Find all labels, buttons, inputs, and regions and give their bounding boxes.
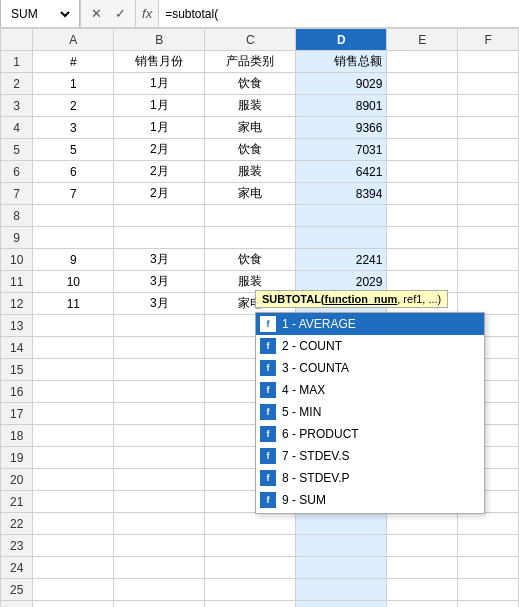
- cell-a11[interactable]: 10: [33, 271, 114, 293]
- cell-a8[interactable]: [33, 205, 114, 227]
- cell-d5[interactable]: 7031: [296, 139, 387, 161]
- cell-c9[interactable]: [205, 227, 296, 249]
- cell-b3[interactable]: 1月: [114, 95, 205, 117]
- autocomplete-list: f 1 - AVERAGE f 2 - COUNT f 3 - COUNTA f…: [256, 313, 484, 513]
- cell-c4[interactable]: 家电: [205, 117, 296, 139]
- cell-b13[interactable]: [114, 315, 205, 337]
- cell-e7[interactable]: [387, 183, 458, 205]
- cell-d7[interactable]: 8394: [296, 183, 387, 205]
- confirm-button[interactable]: ✓: [109, 3, 131, 25]
- col-header-b[interactable]: B: [114, 29, 205, 51]
- cell-d10[interactable]: 2241: [296, 249, 387, 271]
- cell-b11[interactable]: 3月: [114, 271, 205, 293]
- autocomplete-label: 1 - AVERAGE: [282, 317, 356, 331]
- cell-b2[interactable]: 1月: [114, 73, 205, 95]
- cancel-button[interactable]: ✕: [85, 3, 107, 25]
- tooltip-param: function_num: [325, 293, 398, 305]
- cell-f11[interactable]: [458, 271, 519, 293]
- cell-c8[interactable]: [205, 205, 296, 227]
- cell-f6[interactable]: [458, 161, 519, 183]
- tooltip-rest: , ref1, ...): [397, 293, 441, 305]
- autocomplete-item-2-count[interactable]: f 2 - COUNT: [256, 335, 484, 357]
- cell-b10[interactable]: 3月: [114, 249, 205, 271]
- cell-d8[interactable]: [296, 205, 387, 227]
- cell-a7[interactable]: 7: [33, 183, 114, 205]
- cell-e10[interactable]: [387, 249, 458, 271]
- cell-e8[interactable]: [387, 205, 458, 227]
- col-header-c[interactable]: C: [205, 29, 296, 51]
- row-num-6: 6: [1, 161, 33, 183]
- cell-d1[interactable]: 销售总额: [296, 51, 387, 73]
- cell-c5[interactable]: 饮食: [205, 139, 296, 161]
- cell-e2[interactable]: [387, 73, 458, 95]
- cell-b12[interactable]: 3月: [114, 293, 205, 315]
- function-icon: f: [260, 404, 276, 420]
- cell-a1[interactable]: #: [33, 51, 114, 73]
- autocomplete-item-6-product[interactable]: f 6 - PRODUCT: [256, 423, 484, 445]
- formula-input[interactable]: [159, 0, 519, 27]
- cell-b8[interactable]: [114, 205, 205, 227]
- cell-d4[interactable]: 9366: [296, 117, 387, 139]
- cell-c6[interactable]: 服装: [205, 161, 296, 183]
- table-row: 2 1 1月 饮食 9029: [1, 73, 519, 95]
- cell-e1[interactable]: [387, 51, 458, 73]
- cell-d2[interactable]: 9029: [296, 73, 387, 95]
- cell-f1[interactable]: [458, 51, 519, 73]
- cell-e4[interactable]: [387, 117, 458, 139]
- cell-f10[interactable]: [458, 249, 519, 271]
- cell-a2[interactable]: 1: [33, 73, 114, 95]
- cell-b7[interactable]: 2月: [114, 183, 205, 205]
- autocomplete-item-7-stdevs[interactable]: f 7 - STDEV.S: [256, 445, 484, 467]
- autocomplete-item-1-average[interactable]: f 1 - AVERAGE: [256, 313, 484, 335]
- col-header-f[interactable]: F: [458, 29, 519, 51]
- cell-f8[interactable]: [458, 205, 519, 227]
- table-row: 9: [1, 227, 519, 249]
- cell-c10[interactable]: 饮食: [205, 249, 296, 271]
- cell-c2[interactable]: 饮食: [205, 73, 296, 95]
- autocomplete-item-3-counta[interactable]: f 3 - COUNTA: [256, 357, 484, 379]
- cell-b9[interactable]: [114, 227, 205, 249]
- cell-f5[interactable]: [458, 139, 519, 161]
- col-header-d[interactable]: D: [296, 29, 387, 51]
- col-header-a[interactable]: A: [33, 29, 114, 51]
- cell-b1[interactable]: 销售月份: [114, 51, 205, 73]
- autocomplete-item-10-vars[interactable]: f 10 - VAR.S: [256, 511, 484, 513]
- cell-d9[interactable]: [296, 227, 387, 249]
- cell-a4[interactable]: 3: [33, 117, 114, 139]
- cell-a12[interactable]: 11: [33, 293, 114, 315]
- cell-a6[interactable]: 6: [33, 161, 114, 183]
- cell-f7[interactable]: [458, 183, 519, 205]
- cell-b4[interactable]: 1月: [114, 117, 205, 139]
- name-box-select[interactable]: SUM: [7, 6, 73, 22]
- cell-f9[interactable]: [458, 227, 519, 249]
- cell-e5[interactable]: [387, 139, 458, 161]
- table-row: 1 # 销售月份 产品类别 销售总额: [1, 51, 519, 73]
- cell-b5[interactable]: 2月: [114, 139, 205, 161]
- cell-e3[interactable]: [387, 95, 458, 117]
- cell-f2[interactable]: [458, 73, 519, 95]
- cell-c3[interactable]: 服装: [205, 95, 296, 117]
- name-box[interactable]: SUM: [0, 0, 80, 27]
- cell-c7[interactable]: 家电: [205, 183, 296, 205]
- cell-b6[interactable]: 2月: [114, 161, 205, 183]
- autocomplete-item-4-max[interactable]: f 4 - MAX: [256, 379, 484, 401]
- cell-d6[interactable]: 6421: [296, 161, 387, 183]
- cell-a10[interactable]: 9: [33, 249, 114, 271]
- cell-c1[interactable]: 产品类别: [205, 51, 296, 73]
- autocomplete-item-5-min[interactable]: f 5 - MIN: [256, 401, 484, 423]
- autocomplete-item-9-sum[interactable]: f 9 - SUM: [256, 489, 484, 511]
- function-icon: f: [260, 360, 276, 376]
- col-header-e[interactable]: E: [387, 29, 458, 51]
- cell-a3[interactable]: 2: [33, 95, 114, 117]
- row-num-4: 4: [1, 117, 33, 139]
- cell-f3[interactable]: [458, 95, 519, 117]
- cell-e6[interactable]: [387, 161, 458, 183]
- cell-a5[interactable]: 5: [33, 139, 114, 161]
- cell-f4[interactable]: [458, 117, 519, 139]
- autocomplete-item-8-stdevp[interactable]: f 8 - STDEV.P: [256, 467, 484, 489]
- row-num-9: 9: [1, 227, 33, 249]
- cell-a13[interactable]: [33, 315, 114, 337]
- cell-a9[interactable]: [33, 227, 114, 249]
- cell-e9[interactable]: [387, 227, 458, 249]
- cell-d3[interactable]: 8901: [296, 95, 387, 117]
